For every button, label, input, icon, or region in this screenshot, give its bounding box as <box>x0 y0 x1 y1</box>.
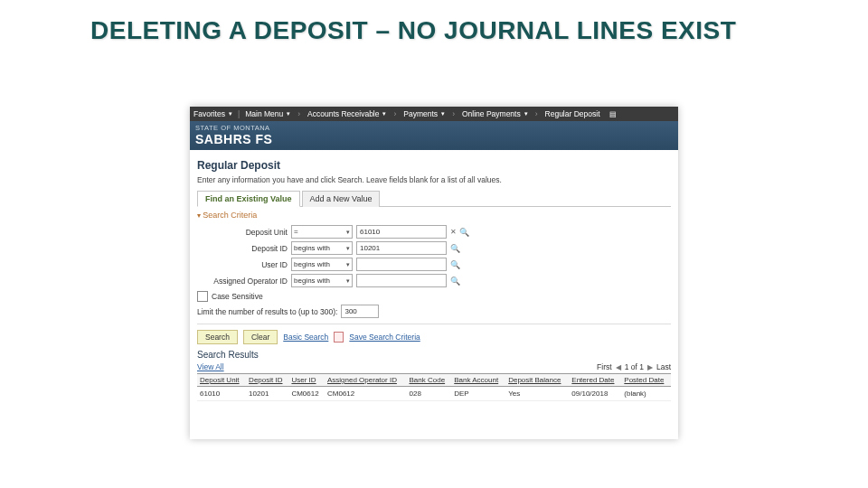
label-deposit-unit: Deposit Unit <box>197 228 288 237</box>
cell-entered-date: 09/10/2018 <box>569 387 621 401</box>
search-button[interactable]: Search <box>197 330 238 344</box>
pager-last[interactable]: Last <box>656 362 671 371</box>
pager-count: 1 of 1 <box>625 362 644 371</box>
label-user-id: User ID <box>197 260 288 269</box>
lookup-assigned-operator-icon[interactable]: 🔍 <box>450 277 460 286</box>
save-criteria-icon[interactable] <box>334 332 344 343</box>
lookup-deposit-id-icon[interactable]: 🔍 <box>450 244 460 253</box>
col-deposit-unit[interactable]: Deposit Unit <box>197 374 246 387</box>
input-user-id[interactable] <box>356 258 447 271</box>
save-search-criteria-link[interactable]: Save Search Criteria <box>349 333 420 342</box>
crumb-online-payments[interactable]: Online Payments <box>462 109 528 118</box>
cell-bank-account: DEP <box>451 387 505 401</box>
clear-button[interactable]: Clear <box>243 330 278 344</box>
page-instructions: Enter any information you have and click… <box>197 175 671 184</box>
view-all-link[interactable]: View All <box>197 362 224 371</box>
col-bank-account[interactable]: Bank Account <box>451 374 505 387</box>
page-title: Regular Deposit <box>197 159 671 172</box>
cell-posted-date: (blank) <box>621 387 671 401</box>
content-area: Regular Deposit Enter any information yo… <box>190 150 678 407</box>
crumb-accounts-receivable[interactable]: Accounts Receivable <box>307 109 386 118</box>
op-deposit-id[interactable]: begins with <box>291 241 353 255</box>
lookup-deposit-unit-icon[interactable]: 🔍 <box>459 228 469 237</box>
label-case-sensitive: Case Sensitive <box>212 292 263 301</box>
pager-prev-icon[interactable]: ◀ <box>616 363 621 371</box>
col-deposit-id[interactable]: Deposit ID <box>246 374 288 387</box>
op-user-id[interactable]: begins with <box>291 258 353 271</box>
search-criteria-header[interactable]: Search Criteria <box>197 211 671 220</box>
op-deposit-unit[interactable]: = <box>291 225 353 239</box>
input-deposit-id[interactable]: 10201 <box>356 241 447 255</box>
label-limit-results: Limit the number of results to (up to 30… <box>197 307 337 316</box>
nav-favorites[interactable]: Favorites <box>193 109 232 118</box>
search-results-header: Search Results <box>197 350 671 360</box>
cell-deposit-unit: 61010 <box>197 387 246 401</box>
input-limit-results[interactable]: 300 <box>341 305 379 318</box>
pager-first[interactable]: First <box>597 362 612 371</box>
col-bank-code[interactable]: Bank Code <box>407 374 452 387</box>
results-table: Deposit Unit Deposit ID User ID Assigned… <box>197 373 671 401</box>
breadcrumb-sep: › <box>297 109 300 118</box>
search-criteria-grid: Deposit Unit = 61010 ✕ 🔍 Deposit ID begi… <box>197 225 671 287</box>
divider <box>197 324 671 324</box>
top-nav: Favorites | Main Menu › Accounts Receiva… <box>190 107 678 121</box>
clear-deposit-unit-icon[interactable]: ✕ <box>450 228 457 236</box>
cell-assigned-operator-id: CM0612 <box>325 387 407 401</box>
table-header-row: Deposit Unit Deposit ID User ID Assigned… <box>197 374 671 387</box>
tab-strip: Find an Existing Value Add a New Value <box>197 190 671 207</box>
cell-deposit-balance: Yes <box>505 387 569 401</box>
label-deposit-id: Deposit ID <box>197 244 288 253</box>
op-assigned-operator-id[interactable]: begins with <box>291 274 353 287</box>
crumb-payments[interactable]: Payments <box>403 109 445 118</box>
banner: STATE OF MONTANA SABHRS FS <box>190 121 678 150</box>
input-deposit-unit[interactable]: 61010 <box>356 225 447 239</box>
tab-add-new[interactable]: Add a New Value <box>302 191 381 207</box>
basic-search-link[interactable]: Basic Search <box>283 333 328 342</box>
cell-bank-code: 028 <box>407 387 452 401</box>
nav-main-menu[interactable]: Main Menu <box>245 109 290 118</box>
breadcrumb-sep: › <box>393 109 396 118</box>
breadcrumb-sep: › <box>452 109 455 118</box>
label-assigned-operator-id: Assigned Operator ID <box>197 277 288 286</box>
table-row[interactable]: 61010 10201 CM0612 CM0612 028 DEP Yes 09… <box>197 387 671 401</box>
pager-next-icon[interactable]: ▶ <box>647 363 653 371</box>
col-posted-date[interactable]: Posted Date <box>621 374 671 387</box>
cell-user-id: CM0612 <box>288 387 325 401</box>
results-pager: View All First ◀ 1 of 1 ▶ Last <box>197 362 671 371</box>
banner-subtitle: STATE OF MONTANA <box>195 124 673 132</box>
breadcrumb-sep: › <box>535 109 538 118</box>
input-assigned-operator-id[interactable] <box>356 274 447 287</box>
col-assigned-operator-id[interactable]: Assigned Operator ID <box>325 374 407 387</box>
crumb-regular-deposit[interactable]: Regular Deposit <box>545 109 600 118</box>
col-entered-date[interactable]: Entered Date <box>569 374 621 387</box>
tab-find-existing[interactable]: Find an Existing Value <box>197 191 300 207</box>
col-deposit-balance[interactable]: Deposit Balance <box>505 374 569 387</box>
cell-deposit-id: 10201 <box>246 387 288 401</box>
lookup-user-id-icon[interactable]: 🔍 <box>450 260 460 269</box>
app-window: Favorites | Main Menu › Accounts Receiva… <box>190 107 678 439</box>
banner-title: SABHRS FS <box>195 132 673 146</box>
nav-divider: | <box>238 109 240 118</box>
slide-title: DELETING A DEPOSIT – NO JOURNAL LINES EX… <box>90 16 778 45</box>
col-user-id[interactable]: User ID <box>288 374 325 387</box>
page-icon: ▤ <box>609 110 617 118</box>
checkbox-case-sensitive[interactable] <box>197 291 208 302</box>
